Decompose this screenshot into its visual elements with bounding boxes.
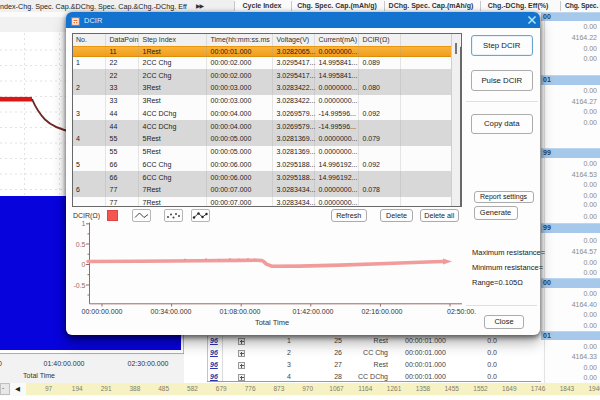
svg-text:01:08:00.000: 01:08:00.000: [220, 308, 261, 315]
svg-text:00:00:00.000: 00:00:00.000: [82, 308, 123, 315]
svg-text:02:50:00.: 02:50:00.: [447, 308, 476, 315]
svg-text:-0.5: -0.5: [73, 282, 85, 289]
svg-text:Total Time: Total Time: [255, 318, 289, 327]
svg-text:01:42:00.000: 01:42:00.000: [293, 308, 334, 315]
svg-text:02:16:00.000: 02:16:00.000: [362, 308, 403, 315]
svg-text:00:34:00.000: 00:34:00.000: [151, 308, 192, 315]
svg-text:1: 1: [82, 220, 86, 227]
svg-text:0.5: 0.5: [76, 241, 86, 248]
svg-text:0: 0: [82, 261, 86, 268]
